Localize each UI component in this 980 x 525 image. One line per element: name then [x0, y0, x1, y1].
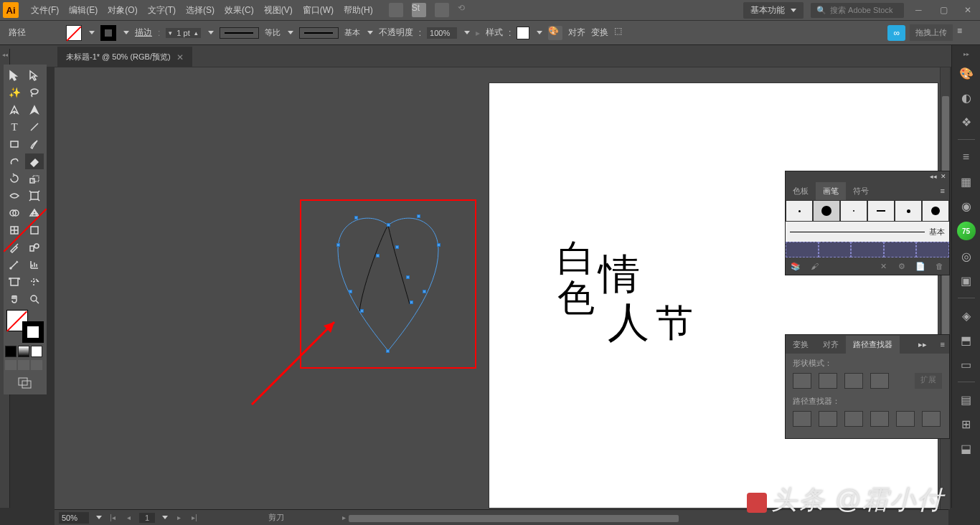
fill-swatch[interactable]: [66, 25, 82, 41]
brush-basic[interactable]: 基本: [786, 222, 949, 242]
brush-preset[interactable]: [895, 200, 922, 222]
anchor-point[interactable]: [437, 243, 440, 247]
stroke-panel-icon[interactable]: ≡: [958, 148, 975, 166]
chevron-down-icon[interactable]: [537, 31, 542, 34]
libraries-icon[interactable]: 75: [957, 222, 976, 240]
prev-artboard[interactable]: ◂: [123, 513, 133, 523]
isolate-icon[interactable]: ⬚: [614, 26, 628, 40]
color-guide-icon[interactable]: ◐: [958, 89, 975, 106]
cloud-button[interactable]: ∞: [887, 25, 905, 41]
brush-lib-icon[interactable]: 🖌: [809, 260, 820, 272]
anchor-point[interactable]: [423, 290, 426, 293]
opacity-input[interactable]: [427, 27, 457, 39]
artboard-tool[interactable]: [5, 274, 24, 290]
menu-effect[interactable]: 效果(C): [220, 4, 259, 16]
fill-stroke-indicator[interactable]: [6, 310, 44, 343]
color-mode[interactable]: [5, 346, 17, 357]
asset-export-icon[interactable]: ⬒: [958, 331, 975, 349]
new-brush-icon[interactable]: 📄: [915, 260, 926, 272]
scale-tool[interactable]: [25, 171, 44, 186]
first-artboard[interactable]: |◂: [108, 513, 118, 523]
close-icon[interactable]: ✕: [176, 52, 184, 62]
chevron-down-icon[interactable]: [162, 516, 168, 519]
shaper-tool[interactable]: [5, 153, 24, 169]
art-text-2[interactable]: 色: [557, 273, 595, 323]
panel-menu-icon[interactable]: ≡: [941, 340, 945, 349]
line-tool[interactable]: [25, 119, 44, 135]
chevron-down-icon[interactable]: [89, 31, 95, 34]
width-tool[interactable]: [5, 188, 24, 204]
collapse-icon[interactable]: ◂◂: [930, 173, 937, 180]
graph-tool[interactable]: [25, 257, 44, 273]
selection-tool[interactable]: [5, 67, 24, 83]
minimize-button[interactable]: ─: [915, 5, 928, 15]
more-icon-2[interactable]: ⬓: [958, 440, 975, 457]
cc-libraries-icon[interactable]: ▤: [958, 391, 975, 408]
tab-pathfinder[interactable]: 路径查找器: [846, 336, 900, 354]
exclude-button[interactable]: [870, 373, 889, 389]
panel-menu-icon[interactable]: ≡: [941, 186, 945, 195]
tab-align[interactable]: 对齐: [816, 336, 846, 354]
search-stock[interactable]: 🔍 搜索 Adobe Stock: [811, 3, 904, 18]
anchor-point[interactable]: [417, 214, 420, 218]
gradient-mode[interactable]: [18, 346, 29, 357]
mb-extra-1[interactable]: [389, 3, 403, 17]
chevron-down-icon[interactable]: [123, 31, 129, 34]
color-panel-icon[interactable]: 🎨: [958, 65, 975, 82]
anchor-point[interactable]: [354, 216, 358, 219]
more-icon[interactable]: ⊞: [958, 415, 975, 432]
anchor-point[interactable]: [386, 349, 390, 353]
menu-help[interactable]: 帮助(H): [339, 4, 378, 16]
gradient-tool[interactable]: [25, 222, 44, 238]
status-menu[interactable]: ▸: [339, 513, 349, 523]
delete-icon[interactable]: 🗑: [933, 260, 945, 272]
close-icon[interactable]: ✕: [941, 173, 946, 180]
brush-pattern-row[interactable]: [786, 242, 949, 257]
menu-file[interactable]: 文件(F): [26, 4, 64, 16]
stroke-weight-up[interactable]: ▴: [194, 29, 198, 37]
draw-normal[interactable]: [5, 360, 17, 370]
anchor-point[interactable]: [336, 243, 340, 247]
mesh-tool[interactable]: [5, 222, 24, 238]
menu-select[interactable]: 选择(S): [181, 4, 220, 16]
horizontal-scrollbar[interactable]: [349, 514, 948, 524]
menu-type[interactable]: 文字(T): [143, 4, 181, 16]
brush-preset[interactable]: [840, 200, 867, 222]
draw-inside[interactable]: [31, 360, 42, 370]
workspace-switcher[interactable]: 基本功能: [743, 2, 804, 19]
rotate-tool[interactable]: [5, 171, 24, 186]
remove-stroke-icon[interactable]: ✕: [877, 260, 889, 272]
mb-arrange[interactable]: [435, 3, 449, 17]
chevron-down-icon[interactable]: [96, 516, 102, 519]
chevron-down-icon[interactable]: [288, 31, 293, 34]
stroke-swatch[interactable]: [100, 25, 116, 41]
last-artboard[interactable]: ▸|: [189, 513, 199, 523]
chevron-down-icon[interactable]: [208, 31, 214, 34]
menu-object[interactable]: 对象(O): [103, 4, 142, 16]
mb-extra-2[interactable]: St: [412, 3, 426, 17]
outline-button[interactable]: [896, 411, 915, 427]
close-button[interactable]: ✕: [964, 5, 977, 15]
maximize-button[interactable]: ▢: [940, 5, 953, 15]
curvature-tool[interactable]: [25, 102, 44, 118]
slice-tool[interactable]: [25, 274, 44, 290]
screen-mode[interactable]: [16, 376, 34, 390]
trim-button[interactable]: [819, 411, 837, 427]
chevron-down-icon[interactable]: [367, 31, 373, 34]
pen-tool[interactable]: [5, 102, 24, 118]
blend-tool[interactable]: [25, 240, 44, 255]
unite-button[interactable]: [793, 373, 811, 389]
transparency-icon[interactable]: ◉: [958, 197, 975, 214]
anchor-point[interactable]: [360, 309, 364, 313]
artboard-number[interactable]: 1: [139, 513, 155, 523]
anchor-point[interactable]: [406, 275, 410, 279]
style-swatch[interactable]: [517, 27, 529, 39]
artboards-icon[interactable]: ▭: [958, 356, 975, 373]
zoom-tool[interactable]: [25, 291, 44, 307]
minus-front-button[interactable]: [819, 373, 837, 389]
anchor-point[interactable]: [395, 245, 399, 249]
gradient-panel-icon[interactable]: ▦: [958, 173, 975, 190]
intersect-button[interactable]: [844, 373, 863, 389]
zoom-input[interactable]: [59, 512, 89, 524]
next-artboard[interactable]: ▸: [174, 513, 184, 523]
